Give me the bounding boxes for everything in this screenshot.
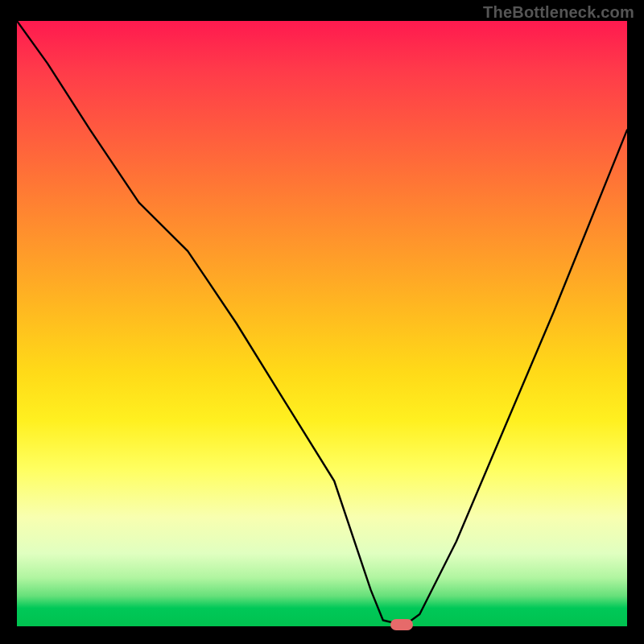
bottleneck-curve (17, 21, 627, 626)
chart-frame: TheBottleneck.com (0, 0, 644, 644)
optimal-point-marker (390, 619, 413, 630)
plot-area (17, 21, 627, 626)
watermark-text: TheBottleneck.com (483, 3, 634, 22)
